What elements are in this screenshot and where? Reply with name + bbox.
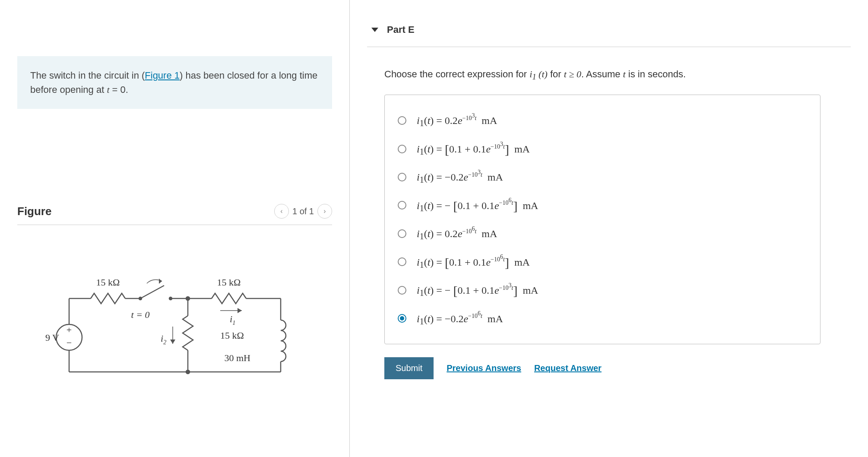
svg-text:−: − bbox=[67, 337, 72, 348]
right-panel: Part E Choose the correct expression for… bbox=[350, 0, 868, 457]
submit-button[interactable]: Submit bbox=[384, 357, 434, 379]
r2-label: 15 kΩ bbox=[217, 277, 241, 288]
svg-point-4 bbox=[139, 297, 142, 300]
radio-icon bbox=[398, 145, 406, 153]
q-end: is in seconds. bbox=[626, 69, 686, 79]
problem-eq-zero: = 0. bbox=[110, 84, 128, 95]
r3-label: 15 kΩ bbox=[220, 330, 244, 341]
left-panel: The switch in the circuit in (Figure 1) … bbox=[0, 0, 350, 457]
option-4[interactable]: i1(t) = − [0.1 + 0.1e−106t] mA bbox=[398, 191, 807, 219]
radio-icon bbox=[398, 173, 406, 181]
option-3-expr: i1(t) = −0.2e−103t mA bbox=[417, 169, 503, 185]
t0-label: t = 0 bbox=[131, 309, 150, 320]
option-2[interactable]: i1(t) = [0.1 + 0.1e−103t] mA bbox=[398, 135, 807, 163]
question-text: Choose the correct expression for i1 (t)… bbox=[384, 69, 851, 82]
option-7[interactable]: i1(t) = − [0.1 + 0.1e−103t] mA bbox=[398, 276, 807, 304]
svg-text:+: + bbox=[67, 324, 72, 335]
svg-line-3 bbox=[140, 286, 164, 298]
radio-icon bbox=[398, 314, 406, 323]
option-3[interactable]: i1(t) = −0.2e−103t mA bbox=[398, 163, 807, 191]
radio-icon bbox=[398, 286, 406, 295]
option-2-expr: i1(t) = [0.1 + 0.1e−103t] mA bbox=[417, 141, 530, 157]
option-8-expr: i1(t) = −0.2e−106t mA bbox=[417, 311, 503, 327]
l-label: 30 mH bbox=[225, 352, 251, 363]
q-suffix: . Assume bbox=[581, 69, 623, 79]
problem-statement: The switch in the circuit in (Figure 1) … bbox=[17, 56, 332, 109]
figure-link[interactable]: Figure 1 bbox=[145, 70, 180, 81]
part-title: Part E bbox=[387, 24, 415, 35]
figure-pager-text: 1 of 1 bbox=[292, 206, 314, 216]
option-5-expr: i1(t) = 0.2e−106t mA bbox=[417, 225, 497, 241]
option-6[interactable]: i1(t) = [0.1 + 0.1e−106t] mA bbox=[398, 248, 807, 276]
radio-icon bbox=[398, 257, 406, 266]
figure-title: Figure bbox=[17, 205, 51, 218]
caret-down-icon bbox=[371, 28, 378, 32]
radio-icon bbox=[398, 229, 406, 238]
option-1-expr: i1(t) = 0.2e−103t mA bbox=[417, 112, 497, 128]
request-answer-link[interactable]: Request Answer bbox=[534, 363, 602, 373]
option-8[interactable]: i1(t) = −0.2e−106t mA bbox=[398, 305, 807, 333]
svg-point-18 bbox=[186, 370, 190, 374]
figure-header: Figure ‹ 1 of 1 › bbox=[17, 204, 332, 225]
option-6-expr: i1(t) = [0.1 + 0.1e−106t] mA bbox=[417, 254, 530, 270]
option-5[interactable]: i1(t) = 0.2e−106t mA bbox=[398, 219, 807, 248]
figure-prev-button[interactable]: ‹ bbox=[274, 204, 289, 219]
previous-answers-link[interactable]: Previous Answers bbox=[447, 363, 521, 373]
radio-icon bbox=[398, 201, 406, 209]
option-1[interactable]: i1(t) = 0.2e−103t mA bbox=[398, 106, 807, 134]
i1-label: i1 bbox=[230, 314, 235, 326]
q-var: i1 (t) bbox=[529, 69, 548, 79]
i2-label: i2 bbox=[161, 333, 166, 346]
option-4-expr: i1(t) = − [0.1 + 0.1e−106t] mA bbox=[417, 197, 538, 213]
circuit-diagram: + − 15 kΩ 15 kΩ 15 kΩ 9 V 30 mH t = 0 i1… bbox=[43, 260, 311, 402]
figure-pager: ‹ 1 of 1 › bbox=[274, 204, 332, 219]
q-mid: for bbox=[548, 69, 564, 79]
vs-label: 9 V bbox=[45, 332, 59, 343]
part-header[interactable]: Part E bbox=[367, 13, 851, 47]
svg-marker-6 bbox=[159, 279, 162, 284]
figure-area: + − 15 kΩ 15 kΩ 15 kΩ 9 V 30 mH t = 0 i1… bbox=[17, 260, 332, 404]
option-7-expr: i1(t) = − [0.1 + 0.1e−103t] mA bbox=[417, 282, 538, 298]
figure-next-button[interactable]: › bbox=[317, 204, 332, 219]
action-row: Submit Previous Answers Request Answer bbox=[384, 357, 851, 379]
problem-text-1: The switch in the circuit in ( bbox=[30, 70, 145, 81]
radio-icon bbox=[398, 116, 406, 125]
svg-point-17 bbox=[186, 297, 190, 300]
svg-marker-20 bbox=[238, 308, 242, 313]
svg-marker-22 bbox=[170, 340, 175, 344]
options-box: i1(t) = 0.2e−103t mA i1(t) = [0.1 + 0.1e… bbox=[384, 95, 820, 344]
q-cond: t ≥ 0 bbox=[564, 69, 581, 79]
app-container: The switch in the circuit in (Figure 1) … bbox=[0, 0, 868, 457]
r1-label: 15 kΩ bbox=[96, 277, 120, 288]
q-prefix: Choose the correct expression for bbox=[384, 69, 529, 79]
